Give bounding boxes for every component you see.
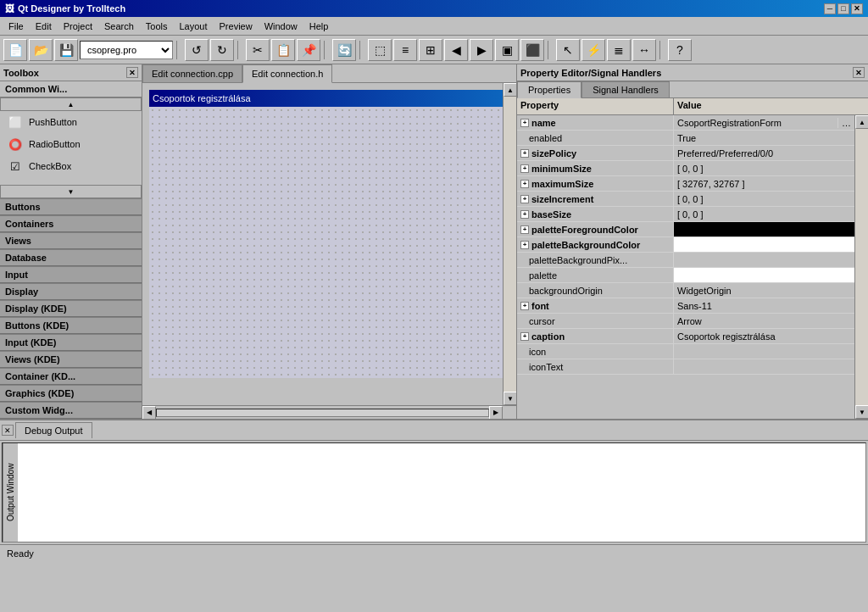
- expand-minimumsize-button[interactable]: +: [520, 164, 529, 173]
- menu-help[interactable]: Help: [304, 19, 334, 33]
- help-button[interactable]: ?: [668, 39, 692, 61]
- paste-button[interactable]: 📌: [297, 39, 320, 61]
- prop-scroll-up-button[interactable]: ▲: [855, 115, 868, 129]
- expand-basesize-button[interactable]: +: [520, 210, 529, 219]
- tab-edit-h[interactable]: Edit connection.h: [242, 64, 332, 83]
- tab-signal-handlers[interactable]: Signal Handlers: [581, 81, 670, 97]
- toolbox-category-display[interactable]: Display: [0, 283, 142, 300]
- prop-row-caption[interactable]: + caption Csoportok regisztrálása: [517, 329, 854, 344]
- close-button[interactable]: ✕: [851, 3, 863, 14]
- tab-properties[interactable]: Properties: [517, 81, 581, 98]
- expand-sizepolicy-button[interactable]: +: [520, 149, 529, 158]
- redo-button[interactable]: ↻: [210, 39, 234, 61]
- toolbox-item-radiobutton[interactable]: ⭕ RadioButton: [0, 133, 142, 155]
- project-combo[interactable]: csopreg.pro: [80, 41, 173, 59]
- tool1-button[interactable]: ⬚: [368, 39, 392, 61]
- toolbox-category-graphics-kde[interactable]: Graphics (KDE): [0, 385, 142, 402]
- menu-edit[interactable]: Edit: [31, 19, 57, 33]
- prop-row-background-origin[interactable]: backgroundOrigin WidgetOrigin: [517, 283, 854, 298]
- toolbox-category-views-kde[interactable]: Views (KDE): [0, 351, 142, 368]
- menu-search[interactable]: Search: [99, 19, 139, 33]
- debug-output-content: Output Window: [2, 442, 866, 542]
- prop-row-cursor[interactable]: cursor Arrow: [517, 314, 854, 329]
- connect-button[interactable]: ⚡: [581, 39, 605, 61]
- tool4-button[interactable]: ◀: [444, 39, 468, 61]
- canvas-scroll-left-button[interactable]: ◀: [142, 406, 156, 420]
- expand-background-button[interactable]: +: [520, 241, 529, 249]
- menu-file[interactable]: File: [3, 19, 29, 33]
- refresh-button[interactable]: 🔄: [332, 39, 356, 61]
- menu-preview[interactable]: Preview: [214, 19, 258, 33]
- expand-caption-button[interactable]: +: [520, 332, 529, 341]
- prop-row-icon[interactable]: icon: [517, 344, 854, 359]
- toolbox-category-views[interactable]: Views: [0, 232, 142, 249]
- prop-row-sizepolicy[interactable]: + sizePolicy Preferred/Preferred/0/0: [517, 146, 854, 161]
- expand-foreground-button[interactable]: +: [520, 225, 529, 234]
- toolbox-close-button[interactable]: ✕: [126, 67, 138, 78]
- toolbox-category-custom[interactable]: Custom Widg...: [0, 402, 142, 419]
- prop-row-sizeincrement[interactable]: + sizeIncrement [ 0, 0 ]: [517, 192, 854, 207]
- property-editor-close-button[interactable]: ✕: [853, 67, 865, 78]
- save-file-button[interactable]: 💾: [54, 39, 78, 61]
- toolbox-category-display-kde[interactable]: Display (KDE): [0, 300, 142, 317]
- canvas-scrollbar-track-v[interactable]: [504, 97, 516, 392]
- prop-row-foreground-color[interactable]: + paletteForegroundColor: [517, 222, 854, 237]
- menu-window[interactable]: Window: [259, 19, 303, 33]
- bottom-close-button[interactable]: ✕: [2, 425, 14, 436]
- expand-maximumsize-button[interactable]: +: [520, 180, 529, 188]
- toolbox-item-checkbox[interactable]: ☑ CheckBox: [0, 155, 142, 177]
- prop-row-minimumsize[interactable]: + minimumSize [ 0, 0 ]: [517, 161, 854, 176]
- toolbox-category-containers[interactable]: Containers: [0, 215, 142, 232]
- expand-font-button[interactable]: +: [520, 302, 529, 310]
- tool3-button[interactable]: ⊞: [419, 39, 442, 61]
- menu-tools[interactable]: Tools: [141, 19, 173, 33]
- form-canvas[interactable]: [149, 107, 503, 378]
- prop-row-background-color[interactable]: + paletteBackgroundColor: [517, 237, 854, 253]
- pointer-button[interactable]: ↖: [556, 39, 580, 61]
- prop-row-icontext[interactable]: iconText: [517, 359, 854, 375]
- toolbox-category-buttons[interactable]: Buttons: [0, 198, 142, 215]
- tool5-button[interactable]: ▶: [470, 39, 493, 61]
- menu-layout[interactable]: Layout: [175, 19, 213, 33]
- prop-row-background-pix[interactable]: paletteBackgroundPix...: [517, 253, 854, 268]
- cut-button[interactable]: ✂: [246, 39, 270, 61]
- tool2-button[interactable]: ≡: [393, 39, 417, 61]
- new-file-button[interactable]: 📄: [3, 39, 27, 61]
- tool6-button[interactable]: ▣: [495, 39, 519, 61]
- prop-row-palette[interactable]: palette: [517, 268, 854, 283]
- toolbox-scroll-up[interactable]: ▲: [0, 97, 142, 111]
- signal-button[interactable]: ↔: [632, 39, 656, 61]
- tab-debug-output[interactable]: Debug Output: [15, 422, 92, 438]
- toolbox-category-buttons-kde[interactable]: Buttons (KDE): [0, 317, 142, 334]
- tool7-button[interactable]: ⬛: [520, 39, 544, 61]
- tab-order-button[interactable]: ≣: [607, 39, 631, 61]
- canvas-scroll-up-button[interactable]: ▲: [504, 83, 516, 97]
- menu-project[interactable]: Project: [58, 19, 97, 33]
- minimize-button[interactable]: ─: [824, 3, 836, 14]
- toolbox-category-container-kde[interactable]: Container (KD...: [0, 368, 142, 385]
- expand-name-button[interactable]: +: [520, 119, 529, 127]
- toolbox-item-buttongroup[interactable]: ▣ ButtonGroup: [0, 177, 142, 185]
- canvas-scroll-down-button[interactable]: ▼: [504, 392, 516, 405]
- copy-button[interactable]: 📋: [271, 39, 295, 61]
- toolbox-category-input-kde[interactable]: Input (KDE): [0, 334, 142, 351]
- prop-scroll-down-button[interactable]: ▼: [855, 405, 868, 419]
- prop-row-font[interactable]: + font Sans-11: [517, 298, 854, 314]
- toolbox-scroll-down[interactable]: ▼: [0, 185, 142, 198]
- prop-value-name-btn[interactable]: …: [837, 118, 854, 128]
- canvas-scroll-right-button[interactable]: ▶: [489, 406, 503, 420]
- expand-sizeincrement-button[interactable]: +: [520, 195, 529, 203]
- canvas-scrollbar-track-h[interactable]: [156, 409, 489, 417]
- prop-row-basesize[interactable]: + baseSize [ 0, 0 ]: [517, 207, 854, 222]
- prop-row-maximumsize[interactable]: + maximumSize [ 32767, 32767 ]: [517, 176, 854, 192]
- undo-button[interactable]: ↺: [185, 39, 209, 61]
- prop-row-name[interactable]: + name CsoportRegistrationForm …: [517, 115, 854, 131]
- toolbox-category-database[interactable]: Database: [0, 249, 142, 266]
- prop-row-enabled[interactable]: enabled True: [517, 131, 854, 146]
- toolbox-item-pushbutton[interactable]: ⬜ PushButton: [0, 111, 142, 133]
- prop-scrollbar-track[interactable]: [855, 129, 868, 405]
- toolbox-category-input[interactable]: Input: [0, 266, 142, 283]
- maximize-button[interactable]: □: [837, 3, 849, 14]
- open-file-button[interactable]: 📂: [29, 39, 53, 61]
- tab-edit-cpp[interactable]: Edit connection.cpp: [142, 64, 242, 82]
